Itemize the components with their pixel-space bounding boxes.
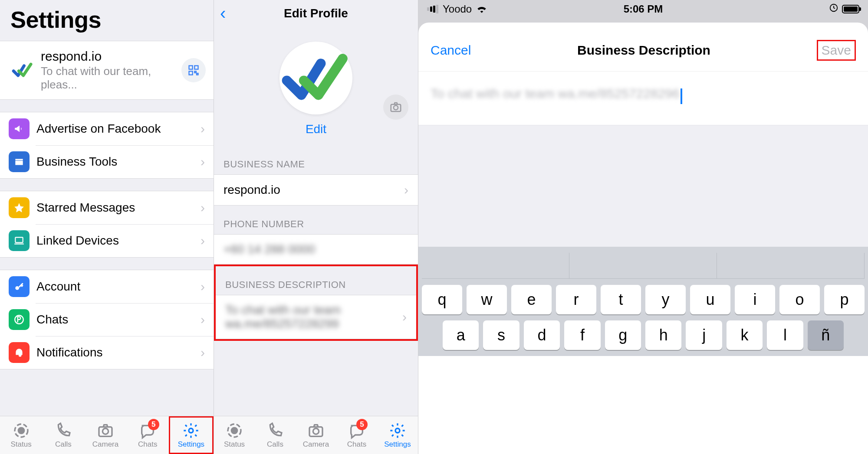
key-t[interactable]: t [601,285,641,314]
advertise-facebook-row[interactable]: Advertise on Facebook › [0,112,214,145]
chevron-right-icon: › [201,154,205,169]
svg-point-6 [15,286,19,290]
keyboard-row-1: q w e r t y u i o p [422,285,865,314]
key-q[interactable]: q [422,285,462,314]
svg-rect-1 [194,66,198,69]
tab-calls[interactable]: Calls [42,416,84,454]
row-label: Linked Devices [36,234,201,248]
description-text: To chat with our team wa.me/85257228296 [431,86,680,101]
svg-point-16 [231,428,237,433]
profile-avatar[interactable] [279,42,352,114]
account-section: Account › Chats › Notifications › [0,270,214,369]
key-h[interactable]: h [645,320,681,350]
key-e[interactable]: e [511,285,552,314]
chevron-right-icon: › [201,200,205,215]
avatar-area: Edit [214,27,418,146]
sheet-gap [418,125,868,247]
nav-bar: ‹ Edit Profile [214,0,418,27]
key-r[interactable]: r [556,285,596,314]
key-l[interactable]: l [767,320,803,350]
camera-button[interactable] [383,95,408,120]
tab-chats[interactable]: 5 Chats [127,416,169,454]
business-description-field[interactable]: To chat with our team wa.me/85257228299 … [216,295,416,339]
key-p[interactable]: p [824,285,865,314]
key-j[interactable]: j [686,320,722,350]
tab-calls[interactable]: Calls [255,416,296,454]
row-label: Notifications [36,346,201,359]
key-d[interactable]: d [524,320,560,350]
business-tools-row[interactable]: Business Tools › [0,145,214,178]
star-section: Starred Messages › Linked Devices › [0,191,214,258]
profile-status: To chat with our team, pleas... [41,65,181,91]
camera-icon [389,101,402,114]
keyboard-row-2: a s d f g h j k l ñ [422,320,865,350]
notifications-row[interactable]: Notifications › [0,336,214,369]
business-name-field[interactable]: respond.io › [214,174,418,206]
svg-rect-3 [194,71,196,73]
row-label: Chats [36,313,201,327]
field-value: respond.io [224,183,404,197]
chevron-right-icon: › [201,279,205,294]
phone-number-field[interactable]: +60 14 288 0000 [214,234,418,265]
signal-icon [427,5,438,13]
battery-icon [842,5,859,13]
account-row[interactable]: Account › [0,270,214,303]
background-sheet-peek: ‹ Edit Profile [418,18,868,34]
tab-camera[interactable]: Camera [296,416,336,454]
business-description-modal-screen: Yoodo 5:06 PM ‹ Edit Profile Cancel Busi… [418,0,868,454]
chevron-right-icon: › [201,312,205,327]
unread-badge: 5 [148,419,159,430]
svg-rect-2 [189,71,193,75]
key-s[interactable]: s [483,320,519,350]
section-header: BUSINESS NAME [214,146,418,174]
tab-settings[interactable]: Settings [169,416,214,454]
key-w[interactable]: w [467,285,507,314]
edit-profile-screen: ‹ Edit Profile Edit BUSINESS NAME respon… [214,0,418,454]
chevron-right-icon: › [201,345,205,360]
key-accent[interactable]: ñ [808,320,844,350]
chats-row[interactable]: Chats › [0,303,214,336]
tab-settings[interactable]: Settings [377,416,418,454]
key-k[interactable]: k [727,320,763,350]
tab-status[interactable]: Status [0,416,42,454]
description-textarea[interactable]: To chat with our team wa.me/85257228296 [418,72,868,125]
qr-code-button[interactable] [181,58,206,82]
profile-row[interactable]: respond.io To chat with our team, pleas.… [0,41,214,99]
tab-camera[interactable]: Camera [84,416,126,454]
key-f[interactable]: f [564,320,600,350]
camera-icon [307,422,325,439]
edit-avatar-link[interactable]: Edit [306,122,326,136]
gear-icon [389,422,406,439]
carrier-label: Yoodo [443,3,472,15]
modal-title: Business Description [577,43,710,58]
tab-status[interactable]: Status [214,416,255,454]
key-y[interactable]: y [645,285,686,314]
rotation-lock-icon [829,3,838,15]
svg-point-11 [102,428,108,434]
tab-chats[interactable]: 5 Chats [336,416,377,454]
ios-keyboard: q w e r t y u i o p a s d f g h j k l ñ [418,247,868,356]
respond-logo-icon [11,59,34,82]
key-a[interactable]: a [443,320,479,350]
key-g[interactable]: g [605,320,641,350]
key-i[interactable]: i [735,285,775,314]
keyboard-suggestions[interactable] [422,253,865,279]
chevron-right-icon: › [201,121,205,136]
tab-label: Camera [92,440,118,449]
starred-messages-row[interactable]: Starred Messages › [0,191,214,224]
section-header: BUSINESS DESCRIPTION [216,266,416,295]
megaphone-icon [9,118,30,139]
linked-devices-row[interactable]: Linked Devices › [0,224,214,257]
key-u[interactable]: u [690,285,730,314]
tab-label: Chats [347,440,366,449]
field-value: +60 14 288 0000 [224,242,408,256]
profile-section: respond.io To chat with our team, pleas.… [0,41,214,100]
row-label: Account [36,280,201,294]
status-icon [13,422,30,439]
status-bar: Yoodo 5:06 PM [418,0,868,18]
cancel-button[interactable]: Cancel [431,43,471,58]
back-button[interactable]: ‹ [220,3,226,23]
key-o[interactable]: o [779,285,820,314]
page-title: Settings [0,0,214,41]
save-button[interactable]: Save [817,40,856,61]
